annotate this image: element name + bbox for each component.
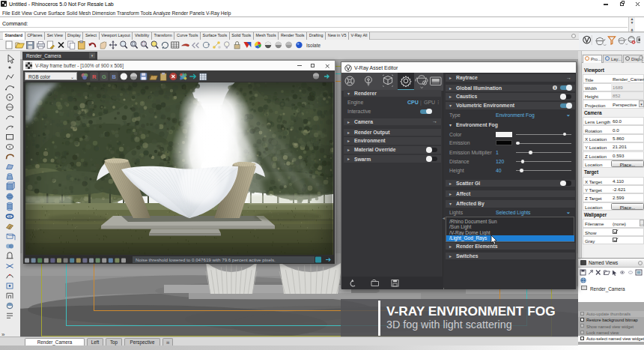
svg-text:G: G [102,73,106,80]
svg-text:B: B [112,73,116,80]
svg-text:R: R [92,73,97,80]
